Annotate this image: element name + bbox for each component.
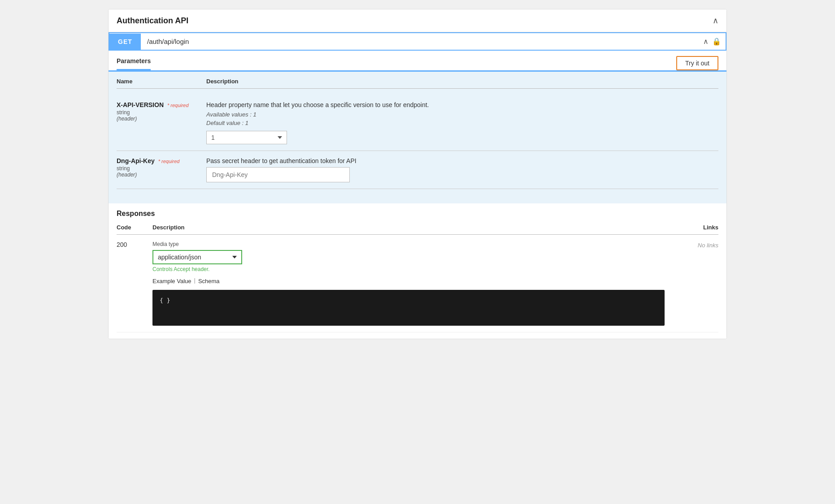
- responses-table-header: Code Description Links: [117, 224, 718, 235]
- col-name-header: Name: [117, 78, 206, 85]
- param-required-2: * required: [158, 159, 180, 164]
- code-block-200: { }: [152, 290, 665, 326]
- page-header: Authentication API ∧: [109, 9, 726, 32]
- param-select-version[interactable]: 1: [206, 131, 287, 144]
- response-desc-col-200: Media type application/json Controls Acc…: [152, 241, 665, 326]
- param-name-col-2: Dng-Api-Key * required string (header): [117, 157, 206, 182]
- endpoint-bar: GET /auth/api/login ∧ 🔒: [109, 32, 726, 51]
- param-location-1: (header): [117, 116, 206, 122]
- param-type-1: string: [117, 109, 206, 116]
- param-name-text-2: Dng-Api-Key: [117, 157, 155, 164]
- media-type-select[interactable]: application/json: [152, 250, 242, 264]
- endpoint-path: /auth/api/login: [141, 33, 699, 50]
- param-desc-col-1: Header property name that let you choose…: [206, 101, 718, 144]
- tab-separator: |: [194, 277, 195, 285]
- endpoint-chevron-icon[interactable]: ∧: [703, 37, 709, 46]
- responses-title: Responses: [117, 210, 718, 218]
- page-title: Authentication API: [117, 16, 188, 26]
- param-default-value-1: Default value : 1: [206, 120, 718, 126]
- col-desc-header: Description: [206, 78, 718, 85]
- param-row-x-api-version: X-API-VERSION * required string (header)…: [117, 95, 718, 151]
- endpoint-actions: ∧ 🔒: [699, 37, 726, 46]
- example-schema-tabs: Example Value | Schema: [152, 277, 665, 285]
- params-table-header: Name Description: [117, 78, 718, 89]
- params-header: Parameters Try it out: [109, 51, 726, 72]
- param-description-2: Pass secret header to get authentication…: [206, 157, 718, 164]
- response-links-200: No links: [665, 241, 718, 249]
- col-links-header: Links: [665, 224, 718, 231]
- col-code-header: Code: [117, 224, 152, 231]
- params-section: Parameters Try it out Name Description X…: [109, 51, 726, 200]
- example-value-tab[interactable]: Example Value: [152, 277, 191, 285]
- param-name-1: X-API-VERSION * required: [117, 101, 206, 108]
- collapse-icon[interactable]: ∧: [713, 16, 718, 26]
- main-container: Authentication API ∧ GET /auth/api/login…: [108, 9, 727, 339]
- params-body: Name Description X-API-VERSION * require…: [109, 72, 726, 200]
- params-tab[interactable]: Parameters: [117, 57, 151, 70]
- param-type-2: string: [117, 165, 206, 172]
- param-location-2: (header): [117, 172, 206, 178]
- try-it-out-button[interactable]: Try it out: [676, 56, 718, 70]
- param-available-values-1: Available values : 1: [206, 111, 718, 118]
- controls-accept-text: Controls Accept header.: [152, 266, 665, 272]
- response-row-200: 200 Media type application/json Controls…: [117, 235, 718, 332]
- param-required-1: * required: [167, 103, 189, 108]
- param-desc-col-2: Pass secret header to get authentication…: [206, 157, 718, 182]
- param-name-2: Dng-Api-Key * required: [117, 157, 206, 164]
- param-row-dng-api-key: Dng-Api-Key * required string (header) P…: [117, 151, 718, 189]
- param-description-1: Header property name that let you choose…: [206, 101, 718, 108]
- responses-section: Responses Code Description Links 200 Med…: [109, 200, 726, 339]
- lock-icon[interactable]: 🔒: [712, 37, 721, 46]
- param-name-text-1: X-API-VERSION: [117, 101, 164, 108]
- method-badge: GET: [109, 34, 141, 50]
- col-desc-resp-header: Description: [152, 224, 665, 231]
- response-code-200: 200: [117, 241, 152, 248]
- param-name-col-1: X-API-VERSION * required string (header): [117, 101, 206, 144]
- media-type-label: Media type: [152, 241, 665, 247]
- param-input-dng-api-key[interactable]: [206, 167, 350, 182]
- schema-tab[interactable]: Schema: [198, 277, 220, 285]
